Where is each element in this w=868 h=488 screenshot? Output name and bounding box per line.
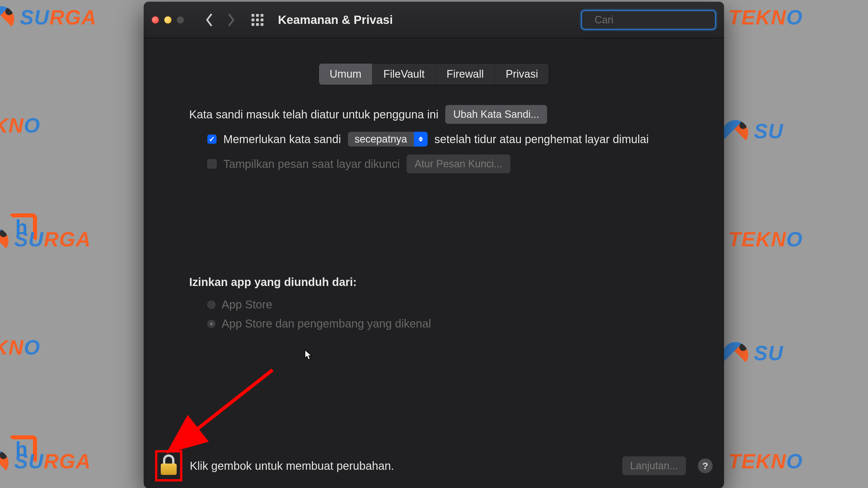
forward-button — [223, 11, 240, 28]
allow-apps-option-label: App Store dan pengembang yang dikenal — [222, 317, 431, 330]
change-password-button[interactable]: Ubah Kata Sandi... — [445, 105, 547, 124]
help-button[interactable]: ? — [698, 458, 713, 473]
watermark-text: TEKNO — [728, 227, 803, 251]
allow-apps-radio-appstore — [208, 301, 215, 309]
allow-apps-header: Izinkan app yang diunduh dari: — [189, 276, 681, 288]
advanced-button: Lanjutan... — [622, 456, 686, 475]
window-toolbar: Keamanan & Privasi — [144, 2, 724, 38]
system-preferences-window: Keamanan & Privasi Umum FileVault Firewa… — [144, 2, 724, 488]
tab-bar: Umum FileVault Firewall Privasi — [319, 63, 549, 85]
watermark-badge — [6, 211, 40, 245]
search-field[interactable] — [581, 10, 716, 30]
chevron-right-icon — [227, 13, 236, 27]
select-value: secepatnya — [348, 132, 414, 147]
tab-firewall[interactable]: Firewall — [436, 63, 495, 85]
watermark-text: SURGA — [0, 450, 91, 476]
watermark-text: TEKNO — [728, 450, 803, 473]
watermark-badge — [6, 432, 40, 467]
watermark-text: TEKNO — [0, 114, 40, 137]
zoom-window-button — [177, 16, 184, 24]
pane-footer: Klik gembok untuk membuat perubahan. Lan… — [144, 450, 724, 482]
allow-apps-option-label: App Store — [222, 298, 272, 311]
tab-filevault[interactable]: FileVault — [372, 63, 436, 85]
require-password-after-label: setelah tidur atau penghemat layar dimul… — [434, 133, 649, 146]
help-icon: ? — [703, 460, 708, 471]
general-pane: Kata sandi masuk telah diatur untuk peng… — [144, 85, 724, 330]
minimize-window-button[interactable] — [164, 16, 172, 24]
back-button[interactable] — [200, 11, 218, 28]
tab-privacy[interactable]: Privasi — [495, 63, 549, 85]
require-password-checkbox[interactable] — [208, 134, 217, 144]
tab-general[interactable]: Umum — [319, 63, 373, 85]
allow-apps-radio-group: App Store App Store dan pengembang yang … — [208, 298, 681, 330]
password-set-label: Kata sandi masuk telah diatur untuk peng… — [189, 108, 438, 121]
show-lock-message-checkbox — [208, 159, 217, 169]
watermark-text: SU — [723, 120, 783, 146]
search-input[interactable] — [595, 14, 722, 26]
lock-hint-label: Klik gembok untuk membuat perubahan. — [190, 460, 617, 472]
require-password-delay-select[interactable]: secepatnya — [348, 132, 428, 147]
watermark-text: SU — [723, 341, 783, 368]
watermark-text: SURGA — [0, 227, 91, 254]
watermark-text: TEKNO — [0, 336, 40, 359]
close-window-button[interactable] — [152, 16, 159, 24]
show-all-prefs-button[interactable] — [251, 13, 264, 27]
allow-apps-radio-identified — [208, 320, 215, 328]
stepper-arrows-icon — [414, 132, 428, 147]
watermark-text: TEKNO — [728, 6, 803, 29]
require-password-label: Memerlukan kata sandi — [223, 133, 341, 146]
show-lock-message-label: Tampilkan pesan saat layar dikunci — [223, 158, 400, 171]
chevron-left-icon — [205, 13, 213, 27]
window-title: Keamanan & Privasi — [278, 13, 576, 27]
annotation-highlight-box — [155, 450, 182, 482]
window-traffic-lights — [152, 16, 184, 24]
set-lock-message-button: Atur Pesan Kunci... — [407, 154, 510, 173]
lock-icon[interactable] — [161, 457, 177, 475]
watermark-text: SURGA — [0, 6, 97, 32]
